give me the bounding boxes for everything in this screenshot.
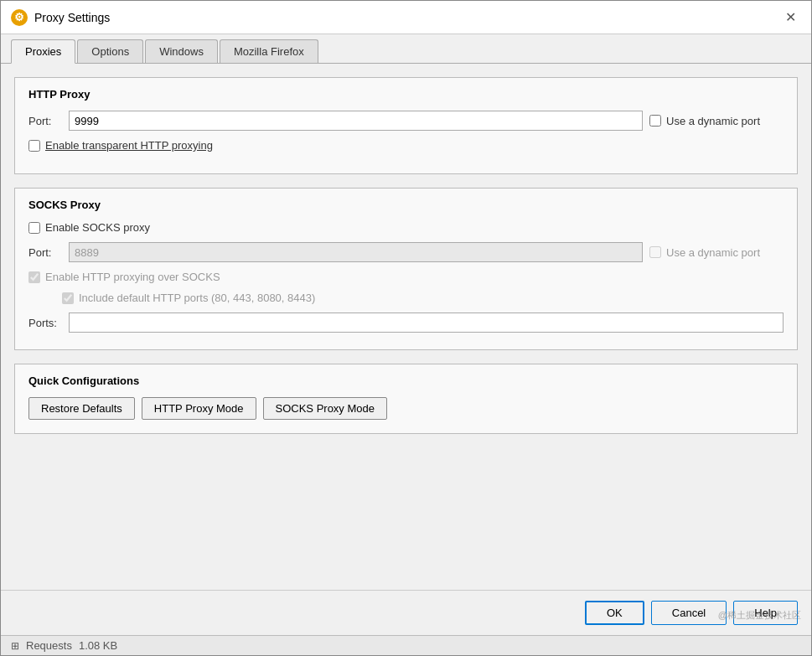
http-port-row: Port: Use a dynamic port — [28, 111, 784, 131]
tab-proxies[interactable]: Proxies — [11, 39, 75, 64]
socks-enable-label[interactable]: Enable SOCKS proxy — [45, 221, 150, 234]
bottom-bar-icon: ⊞ — [11, 640, 19, 652]
socks-ports-input[interactable] — [69, 313, 784, 333]
proxy-settings-window: ⚙ Proxy Settings ✕ Proxies Options Windo… — [0, 0, 812, 656]
tab-mozilla-firefox[interactable]: Mozilla Firefox — [220, 39, 318, 63]
socks-proxy-section: SOCKS Proxy Enable SOCKS proxy Port: Use… — [14, 188, 798, 350]
socks-http-over-socks-checkbox[interactable] — [28, 271, 40, 283]
socks-ports-row: Ports: — [28, 313, 784, 333]
http-transparent-label[interactable]: Enable transparent HTTP proxying — [45, 139, 213, 152]
close-button[interactable]: ✕ — [780, 9, 801, 26]
watermark: @稀土掘金技术社区 — [718, 609, 801, 622]
socks-include-defaults-label: Include default HTTP ports (80, 443, 808… — [79, 292, 315, 304]
restore-defaults-button[interactable]: Restore Defaults — [28, 397, 135, 420]
socks-port-label: Port: — [28, 246, 62, 259]
socks-include-defaults-row: Include default HTTP ports (80, 443, 808… — [62, 292, 784, 304]
bottom-bar-label: Requests — [26, 639, 72, 652]
socks-dynamic-port-label: Use a dynamic port — [666, 246, 760, 259]
http-port-label: Port: — [28, 115, 62, 127]
socks-dynamic-port-row: Use a dynamic port — [649, 246, 784, 259]
socks-http-over-socks-label: Enable HTTP proxying over SOCKS — [45, 271, 220, 283]
socks-dynamic-port-checkbox[interactable] — [649, 246, 661, 258]
content-area: HTTP Proxy Port: Use a dynamic port Enab… — [1, 64, 811, 590]
tab-windows[interactable]: Windows — [145, 39, 218, 63]
app-icon: ⚙ — [11, 9, 28, 26]
quick-config-buttons: Restore Defaults HTTP Proxy Mode SOCKS P… — [28, 397, 784, 420]
title-bar-left: ⚙ Proxy Settings — [11, 9, 110, 26]
socks-enable-checkbox[interactable] — [28, 222, 40, 234]
socks-enable-row: Enable SOCKS proxy — [28, 221, 784, 234]
socks-http-over-socks-row: Enable HTTP proxying over SOCKS — [28, 271, 784, 283]
http-dynamic-port-label[interactable]: Use a dynamic port — [666, 115, 760, 127]
tab-bar: Proxies Options Windows Mozilla Firefox — [1, 34, 811, 64]
http-dynamic-port-row: Use a dynamic port — [649, 115, 784, 127]
socks-proxy-title: SOCKS Proxy — [28, 199, 784, 211]
socks-ports-label: Ports: — [28, 317, 62, 329]
http-proxy-mode-button[interactable]: HTTP Proxy Mode — [142, 397, 256, 420]
footer: OK Cancel Help — [1, 590, 811, 635]
http-dynamic-port-checkbox[interactable] — [649, 115, 661, 127]
http-transparent-checkbox[interactable] — [28, 140, 40, 152]
quick-config-section: Quick Configurations Restore Defaults HT… — [14, 364, 798, 434]
quick-config-title: Quick Configurations — [28, 374, 784, 387]
http-proxy-section: HTTP Proxy Port: Use a dynamic port Enab… — [14, 77, 798, 174]
http-proxy-title: HTTP Proxy — [28, 88, 784, 101]
ok-button[interactable]: OK — [585, 601, 644, 625]
socks-proxy-mode-button[interactable]: SOCKS Proxy Mode — [263, 397, 388, 420]
tab-options[interactable]: Options — [77, 39, 143, 63]
cancel-button[interactable]: Cancel — [651, 601, 727, 625]
window-title: Proxy Settings — [34, 11, 110, 24]
title-bar: ⚙ Proxy Settings ✕ — [1, 1, 811, 34]
socks-port-row: Port: Use a dynamic port — [28, 242, 784, 262]
http-port-input[interactable] — [69, 111, 643, 131]
http-transparent-row: Enable transparent HTTP proxying — [28, 139, 784, 152]
bottom-bar-value: 1.08 KB — [79, 639, 117, 652]
socks-include-defaults-checkbox[interactable] — [62, 292, 74, 304]
bottom-bar: ⊞ Requests 1.08 KB — [1, 635, 811, 655]
socks-port-input[interactable] — [69, 242, 643, 262]
